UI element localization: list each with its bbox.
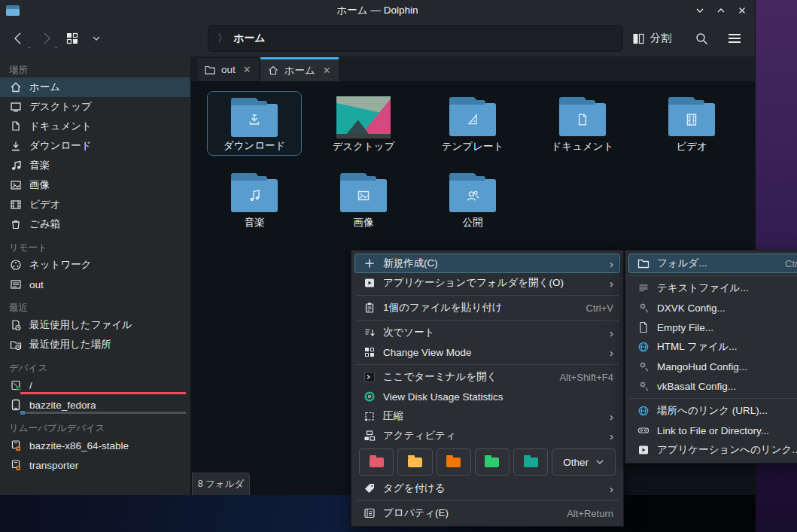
submenu-item-link-to-application[interactable]: アプリケーションへのリンク...: [628, 440, 797, 460]
submenu-item-text-file[interactable]: テキストファイル...: [628, 278, 797, 298]
view-mode-button[interactable]: [62, 26, 83, 50]
menu-item-properties[interactable]: プロパティ(E) Alt+Return: [354, 503, 620, 523]
tab-out[interactable]: out ✕: [196, 57, 260, 81]
folder-icon: [637, 257, 649, 269]
view-mode-caret[interactable]: [87, 26, 105, 50]
menu-item-open-folder-with[interactable]: アプリケーションでフォルダを開く(O) ›: [354, 273, 620, 293]
split-view-label: 分割: [650, 32, 671, 45]
submenu-arrow-icon: ›: [610, 411, 613, 422]
titlebar[interactable]: ホーム — Dolphin: [0, 0, 755, 20]
network-icon: [9, 259, 22, 271]
submenu-arrow-icon: ›: [610, 258, 613, 269]
submenu-item-empty-file[interactable]: Empty File...: [628, 318, 797, 337]
app-link-icon: [637, 444, 649, 456]
submenu-item-dxvk-config[interactable]: DXVK Config...: [628, 298, 797, 318]
sidebar-item-pictures[interactable]: 画像: [0, 175, 190, 195]
back-history-caret[interactable]: ⌄: [26, 43, 32, 50]
back-button[interactable]: ⌄: [8, 26, 30, 50]
submenu-item-link-to-location[interactable]: 場所へのリンク (URL)...: [628, 401, 797, 421]
folder-item-desktop[interactable]: デスクトップ: [316, 91, 411, 156]
sidebar-item-network[interactable]: ネットワーク: [0, 255, 190, 275]
sidebar-item-out[interactable]: out: [0, 275, 190, 294]
menu-item-disk-usage[interactable]: View Disk Usage Statistics: [354, 387, 620, 406]
folder-color-red-button[interactable]: [359, 448, 394, 476]
trash-icon: [9, 218, 22, 230]
toolbar: ⌄ ⌄ 〉 ホーム 分割: [0, 20, 755, 56]
folder-item-pictures[interactable]: 画像: [316, 167, 411, 232]
sidebar-item-recent-locations[interactable]: 最近使用した場所: [0, 335, 190, 354]
folder-item-templates[interactable]: テンプレート: [425, 91, 520, 156]
paste-icon: [363, 302, 376, 314]
tab-close-icon[interactable]: ✕: [243, 64, 251, 75]
folder-item-public[interactable]: 公開: [425, 167, 520, 232]
tab-close-icon[interactable]: ✕: [323, 65, 331, 76]
tab-home[interactable]: ホーム ✕: [260, 57, 339, 81]
sidebar-item-bazzite-fedora[interactable]: bazzite_fedora: [0, 395, 190, 415]
folder-color-yellow-button[interactable]: [397, 448, 432, 476]
forward-history-caret[interactable]: ⌄: [53, 43, 59, 50]
sidebar-item-home[interactable]: ホーム: [0, 78, 190, 97]
folder-item-documents[interactable]: ドキュメント: [535, 91, 630, 156]
folder-item-videos[interactable]: ビデオ: [644, 91, 739, 156]
breadcrumb-location[interactable]: ホーム: [233, 32, 266, 45]
folder-color-other-button[interactable]: Other: [552, 448, 616, 476]
breadcrumb-chevron-icon: 〉: [218, 32, 227, 45]
menu-item-create-new[interactable]: 新規作成(C) ›: [354, 254, 620, 273]
gear-file-icon: [637, 302, 649, 314]
places-section-header: 場所: [0, 62, 190, 78]
hamburger-menu-button[interactable]: [723, 26, 746, 50]
menu-item-compress[interactable]: 圧縮 ›: [354, 406, 620, 426]
submenu-arrow-icon: ›: [610, 430, 613, 442]
drive-icon: [9, 399, 22, 411]
sidebar-item-trash[interactable]: ごみ箱: [0, 214, 190, 234]
split-view-button[interactable]: 分割: [628, 26, 676, 50]
view-grid-icon: [363, 346, 376, 358]
sidebar-item-bazzite-stable[interactable]: bazzite-x86_64-stable: [0, 436, 190, 455]
search-button[interactable]: [691, 26, 713, 50]
submenu-arrow-icon: ›: [610, 483, 613, 494]
removable-section-header: リムーバブルデバイス: [0, 421, 190, 436]
removable-drive-icon: [9, 439, 22, 451]
sidebar-item-root[interactable]: /: [0, 375, 190, 395]
close-button[interactable]: [735, 4, 749, 17]
menu-item-paste[interactable]: 1個のファイルを貼り付け Ctrl+V: [354, 298, 620, 318]
sidebar-item-documents[interactable]: ドキュメント: [0, 117, 190, 136]
menu-item-add-tags[interactable]: タグを付ける ›: [354, 479, 620, 498]
maximize-button[interactable]: [714, 4, 728, 17]
submenu-item-html-file[interactable]: HTML ファイル...: [628, 337, 797, 357]
menu-item-open-terminal[interactable]: ここでターミナルを開く Alt+Shift+F4: [354, 367, 620, 387]
sidebar-item-music[interactable]: 音楽: [0, 156, 190, 175]
folder-item-downloads[interactable]: ダウンロード: [207, 91, 302, 156]
submenu-item-link-to-file[interactable]: Link to File or Directory...: [628, 421, 797, 440]
folder-color-green-button[interactable]: [475, 448, 510, 476]
sidebar-item-recent-files[interactable]: 最近使用したファイル: [0, 315, 190, 335]
submenu-item-mangohud-config[interactable]: MangoHud Config...: [628, 357, 797, 376]
empty-file-icon: [637, 321, 649, 333]
folder-color-teal-button[interactable]: [513, 448, 548, 476]
removable-drive-icon: [9, 459, 22, 471]
menu-separator: [629, 398, 797, 399]
globe-icon: [637, 405, 649, 417]
pictures-icon: [9, 179, 22, 191]
sidebar-item-videos[interactable]: ビデオ: [0, 195, 190, 214]
menu-item-change-view-mode[interactable]: Change View Mode ›: [354, 342, 620, 362]
forward-button[interactable]: ⌄: [35, 26, 57, 50]
music-icon: [9, 160, 22, 172]
disk-usage-icon: [363, 391, 376, 403]
menu-item-activities[interactable]: アクティビティ ›: [354, 426, 620, 445]
root-usage-bar: [20, 392, 186, 394]
location-bar[interactable]: 〉 ホーム: [208, 25, 623, 52]
terminal-icon: [363, 371, 376, 383]
sidebar-item-desktop[interactable]: デスクトップ: [0, 97, 190, 117]
submenu-item-vkbasalt-config[interactable]: vkBasalt Config...: [628, 376, 797, 396]
submenu-arrow-icon: ›: [610, 278, 613, 289]
submenu-arrow-icon: ›: [610, 327, 613, 339]
menu-separator: [355, 500, 619, 501]
sidebar-item-transporter[interactable]: transporter: [0, 455, 190, 475]
folder-color-orange-button[interactable]: [437, 448, 471, 476]
sidebar-item-downloads[interactable]: ダウンロード: [0, 136, 190, 156]
submenu-item-folder[interactable]: フォルダ... Ctrl: [628, 254, 797, 273]
menu-item-sort-by[interactable]: 次でソート ›: [354, 323, 620, 342]
folder-item-music[interactable]: 音楽: [207, 167, 302, 232]
minimize-button[interactable]: [693, 4, 707, 17]
